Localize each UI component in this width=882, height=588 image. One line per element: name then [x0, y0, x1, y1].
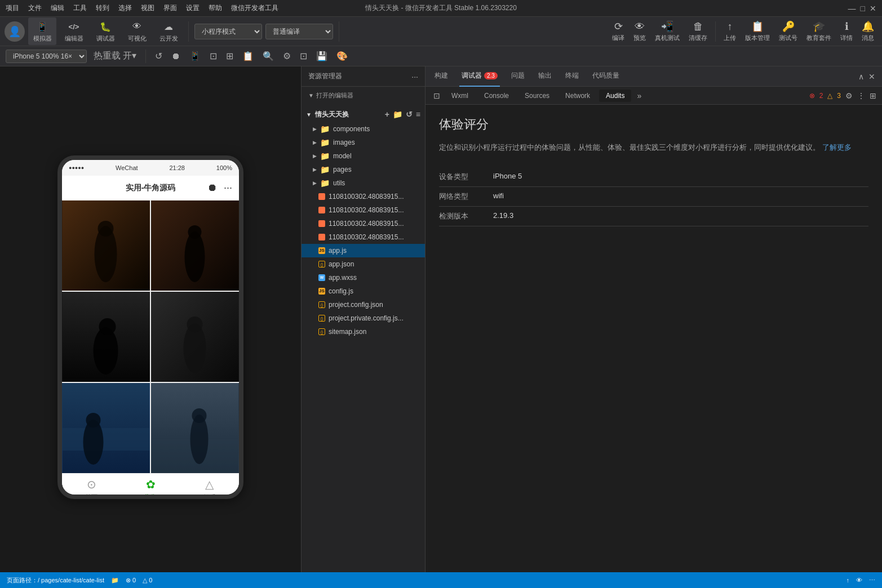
compile-select[interactable]: 普通编译	[265, 24, 333, 39]
debug-more-btn[interactable]: ⋮	[857, 91, 865, 100]
element-picker-btn[interactable]: ⊡	[431, 90, 442, 101]
debug-dock-btn[interactable]: ⊞	[870, 91, 876, 100]
menu-edit[interactable]: 编辑	[51, 3, 64, 13]
resource-manager-menu[interactable]: ···	[411, 72, 418, 81]
tab-terminal[interactable]: 终端	[563, 66, 581, 87]
debugger-button[interactable]: 🐛 调试器	[91, 17, 119, 45]
menu-weixin[interactable]: 微信开发者工具	[231, 3, 278, 13]
grid-button[interactable]: ⊞	[224, 50, 236, 63]
file-appjson[interactable]: {} app.json	[302, 257, 425, 271]
phone-view-button[interactable]: 📱	[187, 50, 203, 63]
folder-model[interactable]: 📁 model	[302, 149, 425, 163]
photo-5[interactable]	[62, 383, 150, 473]
preview-button[interactable]: 👁 预览	[630, 20, 649, 43]
hot-reload-toggle[interactable]: 热重载 开▾	[91, 49, 139, 63]
photo-4[interactable]	[151, 292, 239, 382]
settings2-button[interactable]: ⚙	[281, 50, 293, 63]
photo-6[interactable]	[151, 383, 239, 473]
menu-help[interactable]: 帮助	[209, 3, 222, 13]
version-button[interactable]: 📋 版本管理	[742, 19, 773, 43]
photo-3[interactable]	[62, 292, 150, 382]
file-img-2[interactable]: 1108100302.48083915...	[302, 203, 425, 217]
file-projectprivatejson[interactable]: {} project.private.config.js...	[302, 311, 425, 325]
status-more-btn[interactable]: ⋯	[869, 577, 875, 584]
file-img-4[interactable]: 1108100302.48083915...	[302, 230, 425, 244]
folder-pages[interactable]: 📁 pages	[302, 163, 425, 176]
simulator-button[interactable]: 📱 模拟器	[28, 17, 56, 45]
devtools-collapse-btn[interactable]: ∧	[858, 72, 864, 81]
layout-button[interactable]: ⊡	[298, 50, 309, 63]
nav-entertainment[interactable]: △ 娱乐	[180, 478, 239, 500]
record-button[interactable]: ⏺	[169, 50, 183, 63]
user-avatar[interactable]: 👤	[5, 21, 25, 42]
project-row[interactable]: 情头天天换 + 📁 ↺ ≡	[302, 106, 425, 122]
audits-learn-more-link[interactable]: 了解更多	[822, 143, 852, 152]
menu-project[interactable]: 项目	[6, 3, 19, 13]
refresh-project-btn[interactable]: ↺	[406, 110, 413, 119]
more-tabs-btn[interactable]: »	[633, 91, 645, 100]
photo-2[interactable]	[151, 201, 239, 291]
photo-1[interactable]	[62, 201, 150, 291]
menu-interface[interactable]: 界面	[163, 3, 177, 13]
status-upload-btn[interactable]: ↑	[846, 577, 850, 584]
file-configjs[interactable]: JS config.js	[302, 284, 425, 298]
device-test-button[interactable]: 📲 真机测试	[651, 19, 683, 43]
clear-cache-button[interactable]: 🗑 清缓存	[685, 20, 711, 43]
file-appwxss[interactable]: W app.wxss	[302, 271, 425, 284]
tab-console[interactable]: Console	[477, 90, 516, 102]
copy-button[interactable]: 📋	[240, 50, 256, 63]
folder-images[interactable]: 📁 images	[302, 136, 425, 149]
message-button[interactable]: 🔔 消息	[858, 19, 877, 43]
maximize-button[interactable]: □	[861, 4, 865, 13]
tab-debugger[interactable]: 调试器 2.3	[459, 66, 500, 87]
debug-settings-btn[interactable]: ⚙	[845, 91, 853, 100]
open-editors-toggle[interactable]: 打开的编辑器	[302, 89, 425, 102]
devtools-close-btn[interactable]: ✕	[868, 72, 875, 81]
menu-tools[interactable]: 工具	[73, 3, 87, 13]
file-appjs[interactable]: JS app.js	[302, 244, 425, 257]
menu-file[interactable]: 文件	[28, 3, 42, 13]
edu-button[interactable]: 🎓 教育套件	[803, 19, 835, 43]
minimize-button[interactable]: —	[848, 4, 856, 13]
tab-build[interactable]: 构建	[432, 66, 450, 87]
menu-view[interactable]: 视图	[141, 3, 154, 13]
details-button[interactable]: ℹ 详情	[837, 19, 856, 43]
theme-button[interactable]: 🎨	[334, 50, 350, 63]
menu-goto[interactable]: 转到	[96, 3, 109, 13]
mode-select[interactable]: 小程序模式	[194, 24, 262, 39]
file-img-3[interactable]: 1108100302.48083915...	[302, 217, 425, 230]
folder-components[interactable]: 📁 components	[302, 122, 425, 136]
refresh-button[interactable]: ↺	[153, 50, 165, 63]
new-folder-btn[interactable]: 📁	[393, 110, 402, 119]
compile-button[interactable]: ⟳ 编译	[609, 19, 628, 43]
status-preview-btn[interactable]: 👁	[856, 577, 862, 584]
save2-button[interactable]: 💾	[314, 50, 330, 63]
split-button[interactable]: ⊡	[207, 50, 219, 63]
folder-utils[interactable]: 📁 utils	[302, 176, 425, 190]
menu-select[interactable]: 选择	[118, 3, 132, 13]
phone-record-btn[interactable]: ⏺	[207, 182, 218, 194]
upload-button[interactable]: ↑ 上传	[720, 20, 739, 43]
tab-wxml[interactable]: Wxml	[445, 90, 475, 102]
menu-settings[interactable]: 设置	[186, 3, 200, 13]
close-button[interactable]: ✕	[870, 4, 876, 13]
test-id-button[interactable]: 🔑 测试号	[775, 19, 801, 43]
editor-button[interactable]: </> 编辑器	[60, 17, 88, 45]
file-img-1[interactable]: 1108100302.48083915...	[302, 190, 425, 203]
visual-button[interactable]: 👁 可视化	[123, 17, 151, 45]
nav-home[interactable]: ⊙ 首页	[62, 478, 121, 500]
file-projectjson[interactable]: {} project.config.json	[302, 298, 425, 311]
file-sitemapjson[interactable]: {} sitemap.json	[302, 325, 425, 338]
new-file-btn[interactable]: +	[385, 110, 389, 119]
tab-sources[interactable]: Sources	[518, 90, 556, 102]
status-folder-btn[interactable]: 📁	[111, 577, 119, 584]
zoom-button[interactable]: 🔍	[260, 50, 276, 63]
tab-network[interactable]: Network	[559, 90, 597, 102]
tab-audits[interactable]: Audits	[599, 90, 631, 102]
nav-avatar[interactable]: ✿ 头像	[121, 478, 180, 500]
cloud-button[interactable]: ☁ 云开发	[154, 17, 183, 45]
collapse-btn[interactable]: ≡	[416, 110, 420, 119]
tab-issues[interactable]: 问题	[509, 66, 527, 87]
tab-codequality[interactable]: 代码质量	[590, 66, 622, 87]
device-select[interactable]: iPhone 5 100% 16×	[6, 50, 87, 63]
